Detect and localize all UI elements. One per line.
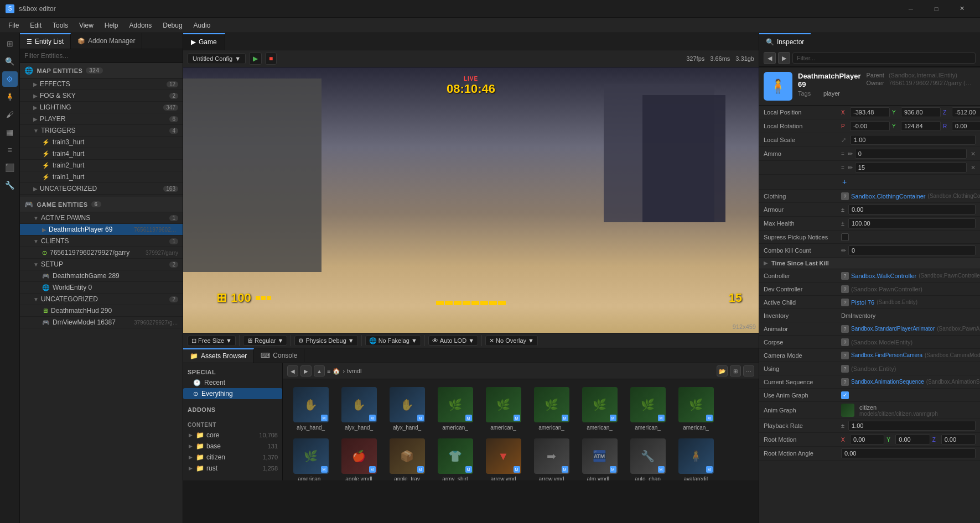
list-item-train1[interactable]: ⚡ train1_hurt bbox=[20, 171, 183, 183]
armour-input[interactable] bbox=[848, 205, 976, 215]
section-player[interactable]: ▶ PLAYER 6 bbox=[20, 113, 183, 125]
section-uncategorized-map[interactable]: ▶ UNCATEGORIZED 163 bbox=[20, 183, 183, 195]
physics-debug-select[interactable]: ⚙ Physics Debug ▼ bbox=[294, 336, 357, 346]
close-button[interactable]: ✕ bbox=[949, 0, 974, 18]
menu-edit[interactable]: Edit bbox=[24, 19, 47, 32]
pos-z-input[interactable] bbox=[952, 107, 980, 117]
scale-input[interactable] bbox=[851, 135, 976, 145]
list-item-deathmatch-player[interactable]: ▶ DeathmatchPlayer 69 76561197960279927/… bbox=[20, 224, 183, 236]
current-seq-q-icon[interactable]: ? bbox=[841, 378, 849, 386]
playback-rate-input[interactable] bbox=[848, 421, 976, 431]
tab-console[interactable]: ⌨ Console bbox=[254, 349, 304, 362]
assets-up-button[interactable]: ▲ bbox=[314, 365, 325, 376]
assets-forward-button[interactable]: ▶ bbox=[300, 365, 312, 376]
dev-controller-q-icon[interactable]: ? bbox=[841, 285, 849, 293]
menu-tools[interactable]: Tools bbox=[47, 19, 74, 32]
folder-rust[interactable]: ▶ 📁 rust 1,258 bbox=[183, 463, 282, 474]
rot-r-input[interactable] bbox=[952, 121, 980, 131]
play-button[interactable]: ▶ bbox=[249, 53, 262, 65]
section-setup[interactable]: ▼ SETUP 2 bbox=[20, 259, 183, 270]
map-entities-header[interactable]: 🌐 MAP ENTITIES 324 bbox=[20, 63, 183, 79]
active-child-link[interactable]: Pistol 76 bbox=[851, 299, 874, 306]
sidebar-blocks-icon[interactable]: ⬛ bbox=[2, 160, 18, 175]
ammo-input-1[interactable] bbox=[855, 149, 967, 159]
assets-grid-view-button[interactable]: ⊞ bbox=[730, 365, 741, 376]
camera-mode-link[interactable]: Sandbox.FirstPersonCamera bbox=[851, 352, 922, 358]
section-fog-sky[interactable]: ▶ FOG & SKY 2 bbox=[20, 90, 183, 102]
entity-filter-input[interactable] bbox=[20, 49, 183, 63]
list-item-train3[interactable]: ⚡ train3_hurt bbox=[20, 137, 183, 148]
assets-item-recent[interactable]: 🕐 Recent bbox=[183, 377, 282, 388]
sidebar-search-icon[interactable]: 🔍 bbox=[2, 54, 18, 69]
list-item[interactable]: 🌿M american_ bbox=[624, 384, 671, 434]
tab-inspector[interactable]: 🔍 Inspector bbox=[759, 33, 811, 50]
list-item[interactable]: 🌿M american_ bbox=[672, 384, 719, 434]
camera-mode-q-icon[interactable]: ? bbox=[841, 352, 849, 359]
overlay-select[interactable]: ✕ No Overlay ▼ bbox=[485, 336, 538, 346]
list-item[interactable]: 🌿M american_ bbox=[432, 384, 479, 434]
section-lighting[interactable]: ▶ LIGHTING 347 bbox=[20, 102, 183, 113]
inspector-back-button[interactable]: ◀ bbox=[764, 52, 776, 64]
list-item[interactable]: 📦M apple_tray bbox=[383, 435, 431, 480]
game-entities-header[interactable]: 🎮 GAME ENTITIES 6 bbox=[20, 197, 183, 212]
assets-back-button[interactable]: ◀ bbox=[287, 365, 298, 376]
tab-game[interactable]: ▶ Game bbox=[183, 33, 225, 50]
sidebar-hierarchy-icon[interactable]: ⊞ bbox=[2, 36, 18, 51]
rot-y-input[interactable] bbox=[901, 121, 941, 131]
sidebar-tools-icon[interactable]: 🔧 bbox=[2, 177, 18, 193]
list-item-train4[interactable]: ⚡ train4_hurt bbox=[20, 148, 183, 160]
assets-item-everything[interactable]: ⊙ Everything bbox=[183, 388, 282, 399]
inspector-filter-input[interactable] bbox=[792, 53, 976, 64]
list-item[interactable]: 🌿M american_ bbox=[287, 435, 334, 480]
tab-entity-list[interactable]: ☰ Entity List bbox=[20, 33, 71, 49]
animator-q-icon[interactable]: ? bbox=[841, 325, 849, 333]
list-item[interactable]: 🧍M avataredit bbox=[672, 435, 719, 480]
controller-q-icon[interactable]: ? bbox=[841, 272, 849, 280]
config-select[interactable]: Untitled Config ▼ bbox=[188, 53, 246, 64]
animator-link[interactable]: Sandbox.StandardPlayerAnimator bbox=[851, 326, 935, 332]
menu-file[interactable]: File bbox=[3, 19, 24, 32]
section-active-pawns[interactable]: ▼ ACTIVE PAWNS 1 bbox=[20, 212, 183, 224]
list-item[interactable]: 🌿M american_ bbox=[528, 384, 575, 434]
list-item[interactable]: 🔧M auto_chap bbox=[624, 435, 671, 480]
ammo2-clear-button[interactable]: ✕ bbox=[971, 164, 976, 171]
ammo-input-2[interactable] bbox=[855, 163, 967, 172]
sidebar-grid-icon[interactable]: ▦ bbox=[2, 124, 18, 140]
sidebar-settings-icon[interactable]: ⚙ bbox=[2, 71, 18, 87]
menu-audio[interactable]: Audio bbox=[188, 19, 216, 32]
menu-addons[interactable]: Addons bbox=[124, 19, 158, 32]
list-item[interactable]: 👕M army_shirt bbox=[432, 435, 479, 480]
supress-pickup-checkbox[interactable] bbox=[841, 233, 849, 241]
list-item[interactable]: 🌿M american_ bbox=[480, 384, 527, 434]
sidebar-person-icon[interactable]: 🧍 bbox=[2, 89, 18, 104]
list-item-client[interactable]: ⊙ 76561197960279927/garry 379927/garry bbox=[20, 247, 183, 259]
rot-p-input[interactable] bbox=[850, 121, 890, 131]
assets-folder-open-button[interactable]: 📂 bbox=[717, 365, 728, 376]
corpse-q-icon[interactable]: ? bbox=[841, 338, 849, 346]
section-effects[interactable]: ▶ EFFECTS 12 bbox=[20, 79, 183, 90]
fakelag-select[interactable]: 🌐 No Fakelag ▼ bbox=[365, 336, 421, 346]
list-item-world-entity[interactable]: 🌐 WorldEntity 0 bbox=[20, 282, 183, 294]
menu-debug[interactable]: Debug bbox=[157, 19, 188, 32]
list-item[interactable]: 🍎M apple.vmdl bbox=[335, 435, 382, 480]
menu-help[interactable]: Help bbox=[99, 19, 124, 32]
menu-view[interactable]: View bbox=[74, 19, 99, 32]
max-health-input[interactable] bbox=[848, 218, 976, 228]
active-child-q-icon[interactable]: ? bbox=[841, 299, 849, 306]
list-item[interactable]: 🏧M atm.vmdl_ bbox=[576, 435, 623, 480]
root-motion-x-input[interactable] bbox=[850, 435, 884, 444]
section-triggers[interactable]: ▼ TRIGGERS 4 bbox=[20, 125, 183, 137]
list-item[interactable]: ✋M alyx_hand_ bbox=[383, 384, 431, 434]
tab-addon-manager[interactable]: 📦 Addon Manager bbox=[71, 33, 142, 49]
regular-select[interactable]: 🖥 Regular ▼ bbox=[243, 336, 287, 346]
list-item-deathmatch-hud[interactable]: 🖥 DeathmatchHud 290 bbox=[20, 305, 183, 317]
game-view[interactable]: LIVE 08:10:46 ⊞ 100 bbox=[183, 67, 759, 333]
use-anim-graph-checkbox[interactable]: ✓ bbox=[841, 391, 849, 399]
list-item[interactable]: ✋M alyx_hand_ bbox=[335, 384, 382, 434]
pos-y-input[interactable] bbox=[901, 107, 941, 117]
root-motion-y-input[interactable] bbox=[895, 435, 930, 444]
lod-select[interactable]: 👁 Auto LOD ▼ bbox=[428, 336, 478, 346]
stop-button[interactable]: ■ bbox=[265, 53, 277, 65]
combo-kill-input[interactable] bbox=[848, 245, 976, 255]
pos-x-input[interactable] bbox=[850, 107, 890, 117]
